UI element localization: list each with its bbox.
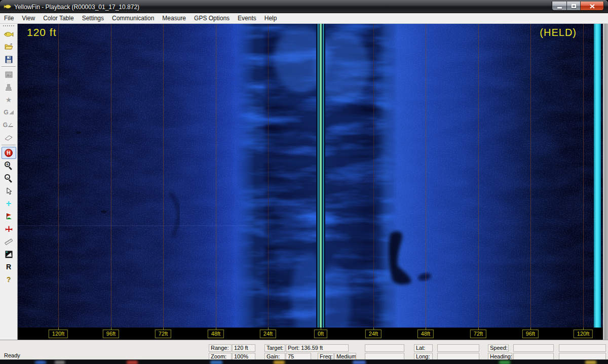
open-file-button[interactable] [2,41,16,53]
menu-settings[interactable]: Settings [78,13,108,23]
taskbar-icon[interactable] [55,360,65,364]
fish-icon [4,31,14,37]
gain-up-button[interactable]: G [2,106,16,118]
taskbar-icon[interactable] [274,360,285,364]
lat-value-field [437,344,479,352]
measure-icon [5,225,13,233]
status-empty-field [365,344,404,352]
help-button[interactable]: ? [2,273,16,286]
toolbar: ★ G G H + - [0,24,18,340]
gain-down-triangle-icon [8,123,16,127]
taskbar-start-orb[interactable] [34,360,47,364]
distance-scale: 120ft 96ft 72ft 48ft 24ft 0ft 24ft 48ft … [18,328,603,340]
star-button[interactable]: ★ [2,94,16,106]
app-fish-icon [4,3,12,12]
target-value-field: Port: 136.59 ft [286,344,349,352]
taskbar-icon[interactable] [585,360,596,364]
pointer-button[interactable] [2,185,16,197]
taskbar-icon[interactable] [499,360,510,364]
range-scale-label: 120 ft [27,26,57,38]
caption-buttons [552,2,604,11]
scale-label-stbd-72: 72ft [470,330,486,338]
zoom-out-button[interactable]: - [2,172,16,184]
ruler-button[interactable] [2,235,16,248]
zoom-in-button[interactable]: + [2,159,16,172]
maximize-icon [572,4,576,8]
star-icon: ★ [6,96,12,104]
speed-label-field: Speed: [488,344,509,352]
range-label-field: Range: [209,344,232,352]
menu-measure[interactable]: Measure [158,13,190,23]
close-icon [590,4,595,9]
flag-button[interactable] [2,210,16,222]
sonar-waterfall [18,24,603,328]
target-label-field: Target: [264,344,285,352]
fish-logo-button[interactable] [2,28,16,40]
measure-button[interactable] [2,223,16,235]
minimize-button[interactable] [552,2,567,11]
taskbar [0,359,608,364]
stamp-icon [5,84,13,91]
help-icon: ? [7,275,11,284]
menu-file[interactable]: File [0,13,18,23]
scale-label-port-24: 24ft [260,330,276,338]
gain-up-triangle-icon [9,110,14,114]
contrast-button[interactable] [2,248,16,260]
zoom-in-icon: + [4,161,13,170]
window-title: YellowFin - Playback (R00003_01_17_10.87… [14,4,139,11]
sonar-display[interactable]: 120 ft (HELD) 120ft 96ft 72ft 48ft 24ft [18,24,603,340]
status-bar: Ready Range: 120 ft Target: Port: 136.59… [0,340,608,359]
edge-marker-bar [594,24,601,328]
save-image-button[interactable] [2,68,16,80]
save-button[interactable] [2,53,16,65]
menu-gps-options[interactable]: GPS Options [190,13,234,23]
menu-view[interactable]: View [18,13,39,23]
window-right-edge [603,24,608,340]
taskbar-icon[interactable] [210,360,222,364]
menu-help[interactable]: Help [260,13,281,23]
range-value-field: 120 ft [232,344,255,352]
scale-label-port-120: 120ft [49,330,68,338]
save-icon [5,56,13,63]
crosshair-icon: + [6,200,12,207]
open-folder-icon [5,43,13,50]
close-button[interactable] [581,2,603,11]
menu-color-table[interactable]: Color Table [39,13,78,23]
held-indicator: (HELD) [540,27,577,38]
scale-label-stbd-24: 24ft [365,330,382,338]
eraser-icon [5,135,13,141]
record-letter-icon: R [6,263,11,271]
center-line [316,24,325,328]
screen: YellowFin - Playback (R00003_01_17_10.87… [0,0,608,364]
taskbar-icon[interactable] [353,360,366,364]
lat-label-field: Lat: [414,344,433,352]
zoom-out-icon: - [4,174,13,183]
record-button[interactable]: R [2,261,16,273]
flag-icon [5,213,13,220]
eraser-button[interactable] [2,132,16,144]
maximize-button[interactable] [567,2,581,11]
toolbar-separator [2,145,16,146]
taskbar-icon[interactable] [127,360,138,364]
image-icon [5,71,13,78]
toolbar-grip[interactable] [3,25,14,26]
scale-label-stbd-120: 120ft [574,330,593,338]
hold-button[interactable]: H [2,147,16,159]
crosshair-button[interactable]: + [2,197,16,210]
contrast-icon [5,251,13,258]
status-empty-field [559,344,606,352]
toolbar-separator [2,66,16,67]
scale-label-stbd-96: 96ft [522,330,539,338]
scale-label-port-48: 48ft [208,330,224,338]
scale-label-port-72: 72ft [155,330,171,338]
scale-label-stbd-48: 48ft [417,330,434,338]
scale-label-port-96: 96ft [103,330,119,338]
gain-down-button[interactable]: G [2,119,16,131]
title-bar[interactable]: YellowFin - Playback (R00003_01_17_10.87… [0,0,608,13]
scale-label-zero: 0ft [314,330,327,338]
menu-communication[interactable]: Communication [108,13,158,23]
stamp-button[interactable] [2,81,16,93]
cursor-icon [6,187,12,195]
menu-events[interactable]: Events [234,13,260,23]
menu-bar: File View Color Table Settings Communica… [0,13,608,23]
